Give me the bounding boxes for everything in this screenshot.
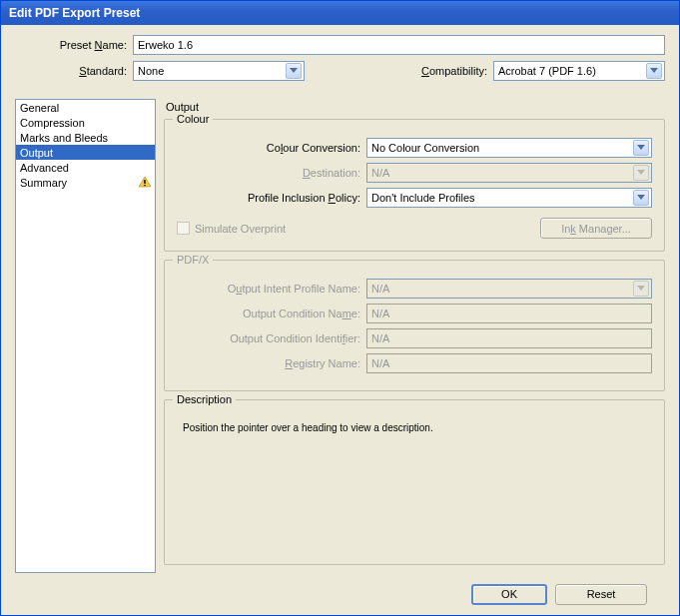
sidebar-item-advanced[interactable]: Advanced: [16, 160, 155, 175]
description-legend: Description: [173, 393, 236, 405]
output-condition-name-label: Output Condition Name:: [177, 308, 366, 319]
simulate-overprint-checkbox: [177, 222, 190, 235]
button-bar: OK Reset: [15, 573, 665, 615]
preset-name-label: Preset Name:: [15, 39, 133, 51]
standard-value: None: [138, 65, 164, 77]
profile-policy-select[interactable]: Don't Include Profiles: [366, 188, 652, 208]
sidebar-item-output[interactable]: Output: [16, 145, 155, 160]
reset-button[interactable]: Reset: [555, 584, 647, 605]
sidebar-item-summary[interactable]: Summary: [16, 175, 155, 190]
titlebar: Edit PDF Export Preset: [1, 1, 679, 25]
output-condition-name-input: N/A: [366, 304, 652, 323]
main-area: General Compression Marks and Bleeds Out…: [15, 99, 665, 573]
colour-conversion-label: Colour Conversion:: [177, 142, 366, 154]
settings-panel: Output Colour Colour Conversion: No Colo…: [164, 99, 665, 573]
top-fields: Preset Name: Standard: None Compatibilit…: [15, 35, 665, 87]
ink-manager-button: Ink Manager...: [540, 218, 652, 239]
svg-rect-0: [144, 180, 145, 184]
pdfx-legend: PDF/X: [173, 254, 213, 266]
output-intent-profile-label: Output Intent Profile Name:: [177, 283, 366, 295]
registry-name-label: Registry Name:: [177, 357, 366, 369]
sidebar-item-general[interactable]: General: [16, 100, 155, 115]
ok-button[interactable]: OK: [471, 584, 547, 605]
warning-icon: [139, 177, 151, 188]
content-area: Preset Name: Standard: None Compatibilit…: [1, 25, 679, 615]
chevron-down-icon: [633, 165, 649, 181]
description-group: Description Position the pointer over a …: [164, 399, 665, 565]
profile-policy-label: Profile Inclusion Policy:: [177, 192, 366, 204]
output-intent-profile-select: N/A: [366, 279, 652, 299]
compatibility-label: Compatibility:: [421, 65, 493, 77]
colour-legend: Colour: [173, 113, 213, 125]
chevron-down-icon: [633, 190, 649, 206]
svg-rect-1: [144, 185, 145, 186]
compatibility-value: Acrobat 7 (PDF 1.6): [498, 65, 596, 77]
output-condition-id-label: Output Condition Identifier:: [177, 332, 366, 344]
sidebar: General Compression Marks and Bleeds Out…: [15, 99, 156, 573]
chevron-down-icon: [646, 63, 662, 79]
simulate-overprint-label: Simulate Overprint: [195, 223, 286, 235]
chevron-down-icon: [633, 140, 649, 156]
dialog-window: Edit PDF Export Preset Preset Name: Stan…: [0, 0, 680, 616]
destination-select: N/A: [366, 163, 652, 183]
colour-group: Colour Colour Conversion: No Colour Conv…: [164, 119, 665, 252]
destination-label: Destination:: [177, 167, 366, 179]
registry-name-input: N/A: [366, 353, 652, 373]
sidebar-item-marks-bleeds[interactable]: Marks and Bleeds: [16, 130, 155, 145]
chevron-down-icon: [633, 281, 649, 297]
colour-conversion-select[interactable]: No Colour Conversion: [366, 138, 652, 158]
standard-label: Standard:: [15, 65, 133, 77]
sidebar-item-compression[interactable]: Compression: [16, 115, 155, 130]
chevron-down-icon: [286, 63, 302, 79]
output-condition-id-input: N/A: [366, 328, 652, 348]
pdfx-group: PDF/X Output Intent Profile Name: N/A Ou…: [164, 260, 665, 391]
compatibility-select[interactable]: Acrobat 7 (PDF 1.6): [493, 61, 665, 81]
panel-title: Output: [164, 99, 665, 119]
standard-select[interactable]: None: [133, 61, 305, 81]
window-title: Edit PDF Export Preset: [9, 6, 140, 20]
description-text: Position the pointer over a heading to v…: [177, 418, 652, 453]
preset-name-input[interactable]: [133, 35, 665, 55]
